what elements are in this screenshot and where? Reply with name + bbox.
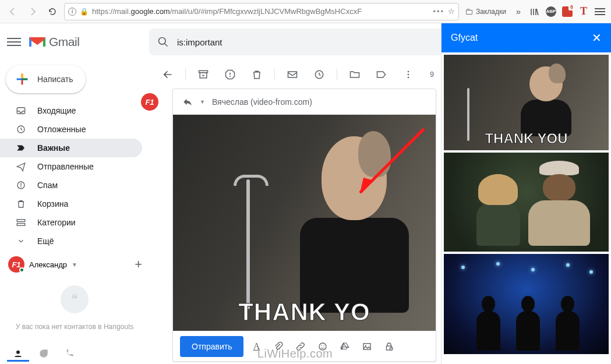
- hangouts-tab-chats[interactable]: [33, 345, 55, 362]
- insert-photo-button[interactable]: [358, 337, 376, 356]
- hangouts-tab-contacts[interactable]: [7, 345, 29, 362]
- sent-icon: [15, 161, 27, 172]
- back-button[interactable]: [5, 3, 21, 20]
- bookmarks-folder[interactable]: 🗀 Закладки: [462, 5, 508, 18]
- insert-link-button[interactable]: [291, 337, 310, 356]
- user-avatar: F1: [8, 256, 24, 273]
- gmail-wordmark: Gmail: [49, 35, 79, 49]
- insert-drive-button[interactable]: [335, 337, 354, 356]
- svg-point-27: [319, 343, 326, 350]
- nav-categories[interactable]: Категории: [0, 213, 142, 232]
- formatting-button[interactable]: A: [247, 337, 266, 356]
- svg-point-11: [20, 186, 22, 188]
- svg-point-28: [321, 345, 322, 346]
- hangouts-header[interactable]: F1 Александр ▼ +: [0, 250, 149, 276]
- nav-spam[interactable]: Спам: [0, 176, 142, 195]
- extension-t-icon[interactable]: T: [577, 5, 590, 18]
- confidential-mode-button[interactable]: [380, 337, 398, 356]
- nav-trash[interactable]: Корзина: [0, 195, 142, 213]
- reload-button[interactable]: [44, 3, 61, 20]
- svg-point-24: [408, 77, 409, 79]
- svg-point-1: [159, 38, 166, 45]
- bookmark-star-icon[interactable]: ☆: [448, 7, 455, 16]
- spam-icon: [15, 180, 27, 190]
- reply-icon: [182, 97, 193, 107]
- sender-avatar: F1: [141, 93, 158, 111]
- gif-result-2[interactable]: [444, 153, 609, 252]
- svg-point-19: [229, 76, 231, 77]
- mark-unread-button[interactable]: [281, 63, 304, 86]
- send-button[interactable]: Отправить: [180, 336, 243, 357]
- inserted-gif: THANK YO: [173, 115, 436, 331]
- compose-footer: Отправить A: [173, 331, 436, 361]
- main-menu-button[interactable]: [7, 36, 21, 48]
- delete-button[interactable]: [245, 63, 269, 86]
- important-icon: [15, 143, 27, 153]
- snooze-button[interactable]: [308, 63, 331, 86]
- compose-label: Написать: [37, 75, 73, 84]
- mail-column: 9 F1 ▼ Вячеслав (video-from.com) THANK Y…: [149, 61, 441, 364]
- hangouts-tab-calls[interactable]: [58, 345, 80, 362]
- svg-rect-12: [17, 220, 25, 222]
- address-bar[interactable]: i 🔒 https://mail.google.com/mail/u/0/#im…: [64, 3, 459, 20]
- clock-icon: [15, 124, 27, 135]
- hangouts-icon: ❝: [61, 285, 89, 313]
- gfycat-panel-header: Gfycat ✕: [442, 23, 611, 52]
- forward-button[interactable]: [24, 3, 41, 20]
- labels-button[interactable]: [370, 63, 393, 86]
- more-actions-button[interactable]: [397, 63, 420, 86]
- svg-point-14: [16, 351, 20, 354]
- compose-panel: ▼ Вячеслав (video-from.com) THANK YO: [172, 89, 436, 362]
- svg-rect-20: [288, 72, 297, 77]
- url-text: https://mail.google.com/mail/u/0/#imp/FM…: [92, 7, 429, 16]
- plus-icon: [14, 71, 30, 87]
- inbox-icon: [15, 105, 27, 116]
- svg-line-2: [165, 44, 168, 47]
- nav-sent[interactable]: Отправленные: [0, 157, 142, 176]
- nav-inbox[interactable]: Входящие: [0, 101, 142, 120]
- gfycat-panel: Gfycat ✕ THANK YOU: [441, 23, 611, 364]
- gif-results[interactable]: THANK YOU: [442, 52, 611, 364]
- svg-point-22: [408, 71, 409, 73]
- archive-button[interactable]: [192, 63, 215, 86]
- categories-icon: [15, 217, 27, 228]
- library-icon[interactable]: [528, 5, 541, 18]
- page-actions-icon[interactable]: •••: [433, 7, 444, 16]
- gif-result-1[interactable]: THANK YOU: [444, 55, 609, 150]
- expand-icon: [15, 237, 27, 245]
- bookmarks-overflow-icon[interactable]: »: [512, 5, 525, 18]
- hangouts-empty: ❝ У вас пока нет контактов в Hangouts: [0, 276, 149, 335]
- browser-menu-button[interactable]: [594, 5, 606, 18]
- new-conversation-button[interactable]: +: [135, 258, 142, 271]
- nav-snoozed[interactable]: Отложенные: [0, 120, 142, 139]
- site-info-icon[interactable]: i: [68, 8, 76, 16]
- extension-red-icon[interactable]: 8: [561, 5, 574, 18]
- sidebar: Написать Входящие Отложенные Важные Отпр…: [0, 61, 149, 364]
- compose-button[interactable]: Написать: [6, 65, 86, 93]
- nav-more[interactable]: Ещё: [0, 232, 142, 250]
- abp-extension-icon[interactable]: ABP: [545, 5, 557, 18]
- hangouts-user-name: Александр: [29, 260, 67, 269]
- attach-button[interactable]: [269, 337, 288, 356]
- svg-point-29: [324, 345, 325, 346]
- svg-rect-7: [17, 108, 25, 114]
- nav-important[interactable]: Важные: [0, 139, 142, 157]
- compose-body[interactable]: THANK YO: [173, 115, 436, 331]
- gfycat-title: Gfycat: [451, 33, 478, 43]
- mail-toolbar: 9: [149, 61, 441, 89]
- report-spam-button[interactable]: [218, 63, 242, 86]
- browser-toolbar: i 🔒 https://mail.google.com/mail/u/0/#im…: [0, 0, 611, 23]
- gif-result-3[interactable]: [444, 254, 609, 354]
- recipient-name: Вячеслав (video-from.com): [212, 97, 312, 107]
- reply-dropdown-icon[interactable]: ▼: [200, 99, 205, 105]
- move-to-button[interactable]: [343, 63, 366, 86]
- gmail-m-icon: [28, 35, 47, 49]
- recipient-row[interactable]: ▼ Вячеслав (video-from.com): [173, 89, 436, 115]
- insert-emoji-button[interactable]: [313, 337, 332, 356]
- svg-point-23: [408, 74, 409, 76]
- gmail-logo[interactable]: Gmail: [28, 35, 79, 49]
- close-panel-button[interactable]: ✕: [592, 31, 602, 45]
- caret-down-icon: ▼: [72, 261, 77, 268]
- svg-rect-16: [200, 73, 207, 78]
- toolbar-back-button[interactable]: [156, 63, 179, 86]
